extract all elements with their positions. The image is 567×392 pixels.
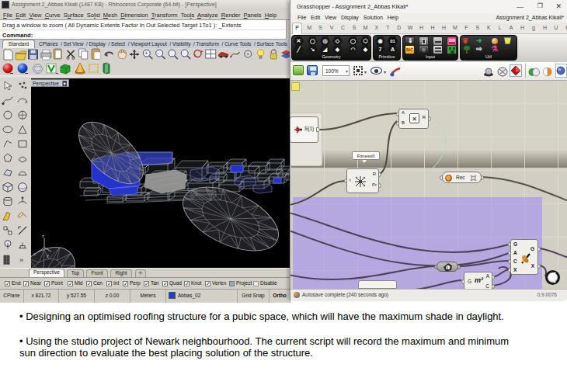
svg-text:z: z [42,234,44,238]
svg-text:,: , [251,54,252,59]
svg-text:»: » [19,256,23,264]
svg-text:x: x [33,252,36,256]
svg-text:y: y [47,253,49,258]
svg-text:+: + [144,50,148,56]
